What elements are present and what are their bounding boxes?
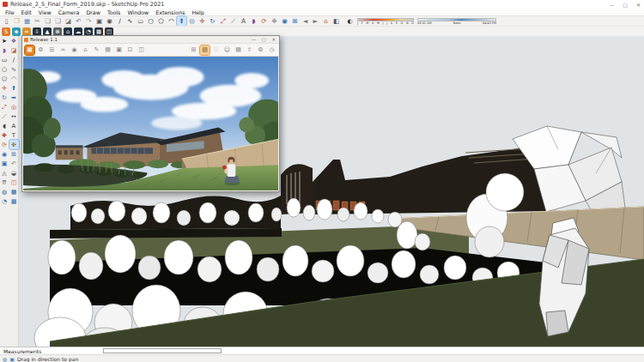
menu-camera[interactable]: Camera xyxy=(55,9,83,15)
toggle-terrain-tool[interactable]: ▦ xyxy=(9,187,19,196)
shadow-time-slider[interactable]: 06:51 AM Noon 04:43 PM xyxy=(417,18,496,25)
tape-measure-tool[interactable]: ⟋ xyxy=(0,112,9,121)
zoom-tool-icon[interactable]: ◉ xyxy=(280,16,289,26)
dimension-tool[interactable]: ↔ xyxy=(9,112,19,121)
arc-tool[interactable]: ◠ xyxy=(9,74,19,83)
move-tool-icon[interactable]: ✛ xyxy=(197,16,207,26)
iso-view-icon[interactable]: ⌂ xyxy=(321,16,331,26)
plugin-library-icon[interactable]: ⇩ xyxy=(33,27,41,36)
look-around-tool[interactable]: ◒ xyxy=(9,168,19,178)
maximize-button[interactable]: ▢ xyxy=(623,2,628,8)
freehand-tool-icon[interactable]: ∿ xyxy=(125,16,135,26)
rotate-tool-icon[interactable]: ↻ xyxy=(208,16,217,26)
rectangle-tool-icon[interactable]: ▭ xyxy=(136,16,145,26)
photo-textures-tool[interactable]: ◔ xyxy=(0,196,9,206)
render-window[interactable]: Release 1.1 — ▢ ✕ ▦⚙☰∞◉⌂✎▤▣⊡◫ ⊞▨♡☺▤⇧⚙◷ xyxy=(21,35,280,192)
plugin-cloud-icon[interactable]: ☁ xyxy=(74,27,82,36)
render-environment-icon[interactable]: ⌂ xyxy=(81,45,90,55)
paint-bucket-icon[interactable]: ◗ xyxy=(249,16,258,26)
orbit-tool[interactable]: ⟳ xyxy=(0,140,9,149)
text-tool[interactable]: A xyxy=(9,121,19,130)
follow-me-tool[interactable]: ➥ xyxy=(9,93,19,102)
scale-tool-icon[interactable]: ⤢ xyxy=(218,16,228,26)
plugin-podium-icon[interactable]: S xyxy=(2,27,10,36)
menu-extensions[interactable]: Extensions xyxy=(152,9,188,15)
menu-window[interactable]: Window xyxy=(124,9,152,15)
rotate-tool[interactable]: ↻ xyxy=(0,93,9,102)
render-favorite-icon[interactable]: ♡ xyxy=(211,45,221,55)
undo-icon[interactable]: ↶ xyxy=(74,16,83,26)
polygon-tool-icon[interactable]: ⬠ xyxy=(156,16,166,26)
render-grid-icon[interactable]: ⊞ xyxy=(189,45,198,55)
preferences-tool[interactable]: ▩ xyxy=(9,196,19,206)
pan-tool-icon[interactable]: ✥ xyxy=(270,16,279,26)
plugin-camera-icon[interactable]: ◔ xyxy=(84,27,93,36)
eraser-icon[interactable]: ◪ xyxy=(64,16,73,26)
minimize-button[interactable]: — xyxy=(609,2,614,8)
line-tool[interactable]: ∕ xyxy=(9,55,19,64)
render-close-button[interactable]: ✕ xyxy=(272,37,276,42)
make-component-tool[interactable]: ❖ xyxy=(9,36,19,45)
credits-icon[interactable]: ▣ xyxy=(9,356,15,362)
plugin-home-icon[interactable]: ⌂ xyxy=(64,27,72,36)
zoom-extents-icon[interactable]: ⊞ xyxy=(290,16,300,26)
render-minimize-button[interactable]: — xyxy=(252,37,256,42)
pushpull-tool[interactable]: ⬆ xyxy=(9,83,19,93)
freehand-tool[interactable]: ∿ xyxy=(9,64,19,74)
copy-icon[interactable]: ❏ xyxy=(43,16,52,26)
offset-tool[interactable]: ◎ xyxy=(9,102,19,112)
plugin-grid-icon[interactable]: ◫ xyxy=(105,27,113,36)
pushpull-tool-icon[interactable]: ⬆ xyxy=(177,16,186,26)
eraser-tool[interactable]: ◪ xyxy=(9,45,19,55)
orbit-tool-icon[interactable]: ⟳ xyxy=(259,16,269,26)
new-icon[interactable]: ▯ xyxy=(2,16,11,26)
render-material-icon[interactable]: ▤ xyxy=(103,45,112,55)
zoom-tool[interactable]: ◉ xyxy=(0,149,9,159)
pan-tool[interactable]: ✥ xyxy=(9,140,19,149)
open-icon[interactable]: ❐ xyxy=(12,16,21,26)
styles-icon[interactable]: ◧ xyxy=(331,16,341,26)
position-camera-tool[interactable]: ◬ xyxy=(0,168,9,178)
plugin-analyze-icon[interactable]: ◈ xyxy=(12,27,21,36)
render-portrait-icon[interactable]: ☺ xyxy=(222,45,232,55)
render-maximize-button[interactable]: ▢ xyxy=(262,37,266,42)
cut-icon[interactable]: ✂ xyxy=(33,16,42,26)
offset-tool-icon[interactable]: ◎ xyxy=(187,16,197,26)
zoom-window-tool[interactable]: ⊞ xyxy=(9,149,19,159)
menu-draw[interactable]: Draw xyxy=(82,9,103,15)
menu-file[interactable]: File xyxy=(2,9,18,15)
redo-icon[interactable]: ↷ xyxy=(84,16,94,26)
plugin-terrain-icon[interactable]: ≈ xyxy=(22,27,31,36)
next-view-icon[interactable]: ► xyxy=(311,16,320,26)
shadow-date-slider[interactable]: JFMAMJJASOND xyxy=(357,18,414,25)
render-link-icon[interactable]: ∞ xyxy=(58,45,68,55)
menu-help[interactable]: Help xyxy=(188,9,207,15)
save-icon[interactable]: ▦ xyxy=(22,16,32,26)
plugin-upload-icon[interactable]: ▲ xyxy=(43,27,52,36)
render-lens-icon[interactable]: ◉ xyxy=(70,45,79,55)
measurements-input[interactable] xyxy=(103,348,222,353)
tape-measure-icon[interactable]: ⟋ xyxy=(228,16,238,26)
render-frame-icon[interactable]: ▣ xyxy=(114,45,124,55)
menu-view[interactable]: View xyxy=(35,9,55,15)
plugin-panel-icon[interactable]: ▦ xyxy=(94,27,103,36)
polygon-tool[interactable]: ⬠ xyxy=(0,74,9,83)
render-list-icon[interactable]: ☰ xyxy=(47,45,57,55)
geolocation-icon[interactable]: ◍ xyxy=(3,356,7,362)
circle-tool[interactable]: ○ xyxy=(0,64,9,74)
zoom-extents-tool[interactable]: ▣ xyxy=(0,159,9,168)
render-scene-icon[interactable]: ▦ xyxy=(25,45,34,55)
print-icon[interactable]: ▣ xyxy=(94,16,104,26)
arc-tool-icon[interactable]: ◠ xyxy=(167,16,176,26)
render-edit-icon[interactable]: ✎ xyxy=(92,45,101,55)
previous-view-icon[interactable]: ◄ xyxy=(301,16,310,26)
paste-icon[interactable]: ❑ xyxy=(53,16,63,26)
render-export-icon[interactable]: ⇧ xyxy=(245,45,254,55)
text-tool-icon[interactable]: A xyxy=(239,16,248,26)
walk-tool[interactable]: ⇈ xyxy=(0,178,9,187)
select-tool[interactable]: ➤ xyxy=(0,36,9,45)
close-button[interactable]: ✕ xyxy=(636,2,641,8)
protractor-tool[interactable]: ◖ xyxy=(0,121,9,130)
render-print-icon[interactable]: ▤ xyxy=(234,45,243,55)
render-history-icon[interactable]: ◷ xyxy=(267,45,276,55)
